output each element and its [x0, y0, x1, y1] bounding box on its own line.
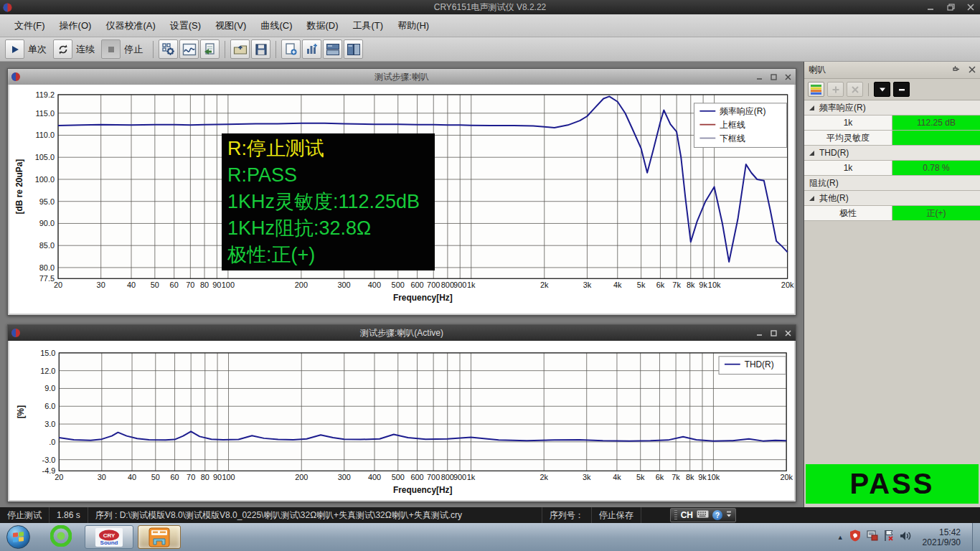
window1-restore-icon[interactable]	[771, 70, 777, 83]
svg-text:15.0: 15.0	[40, 349, 55, 357]
language-bar-options-icon[interactable]	[726, 510, 732, 520]
svg-text:105.0: 105.0	[35, 153, 55, 161]
taskbar-clock[interactable]: 15:42 2021/9/30	[923, 527, 961, 547]
menu-operate[interactable]: 操作(O)	[52, 16, 99, 36]
curve-editor-button[interactable]	[179, 39, 199, 59]
run-single-button[interactable]	[5, 39, 24, 59]
ime-language[interactable]: CH	[681, 510, 693, 520]
menu-data[interactable]: 数据(D)	[299, 16, 345, 36]
svg-text:7k: 7k	[672, 473, 680, 481]
add-chart-button[interactable]	[302, 39, 321, 59]
svg-text:40: 40	[128, 473, 136, 481]
language-bar[interactable]: CH ?	[670, 508, 736, 522]
layers-icon[interactable]	[808, 82, 824, 97]
svg-text:77.5: 77.5	[39, 274, 55, 283]
svg-text:200: 200	[295, 473, 308, 481]
group-thd[interactable]: THD(R)	[804, 146, 980, 161]
svg-text:7k: 7k	[672, 281, 681, 289]
svg-text:300: 300	[338, 473, 351, 481]
window1-minimize-icon[interactable]	[756, 70, 763, 83]
window1-close-icon[interactable]	[785, 70, 791, 83]
layout-rows-button[interactable]	[323, 39, 342, 59]
svg-text:6k: 6k	[656, 473, 664, 481]
device-tray-icon[interactable]	[867, 530, 878, 544]
result-label: 平均灵敏度	[804, 131, 892, 145]
menu-view[interactable]: 视图(V)	[208, 16, 253, 36]
svg-text:THD(R): THD(R)	[745, 359, 774, 369]
svg-text:80: 80	[200, 281, 209, 289]
test-settings-button[interactable]	[159, 39, 178, 59]
menu-settings[interactable]: 设置(S)	[163, 16, 208, 36]
menu-help[interactable]: 帮助(H)	[390, 16, 436, 36]
frequency-response-window: 测试步骤:喇叭 20304050607080901002003004005006…	[7, 68, 796, 316]
stop-label: 停止	[124, 43, 143, 56]
svg-text:60: 60	[170, 473, 179, 481]
result-label: 1k	[804, 116, 892, 130]
run-continuous-button[interactable]	[53, 39, 72, 59]
group-other[interactable]: 其他(R)	[804, 191, 980, 206]
report-export-button[interactable]	[200, 39, 220, 59]
cry-sound-taskbar-button[interactable]: CRYSound	[85, 525, 133, 549]
svg-text:Frequency[Hz]: Frequency[Hz]	[393, 485, 453, 495]
open-file-button[interactable]	[230, 39, 250, 59]
test-result-overlay: R:停止测试 R:PASS 1KHz灵敏度:112.25dB 1KHz阻抗:32…	[222, 133, 435, 270]
stop-button[interactable]	[101, 39, 121, 59]
close-icon[interactable]	[966, 3, 976, 11]
help-icon[interactable]: ?	[712, 510, 722, 520]
active-app-taskbar-button[interactable]	[138, 525, 181, 549]
keyboard-icon[interactable]	[697, 510, 709, 520]
result-row-polarity: 极性 正(+)	[804, 206, 980, 221]
svg-text:700: 700	[427, 473, 440, 481]
window1-titlebar[interactable]: 测试步骤:喇叭	[8, 69, 796, 85]
svg-text:30: 30	[98, 473, 106, 481]
collapse-arrow-icon	[809, 105, 814, 110]
delete-icon[interactable]	[847, 82, 863, 97]
svg-text:上框线: 上框线	[720, 120, 745, 130]
group-impedance[interactable]: 阻抗(R)	[804, 176, 980, 191]
group-frequency-response[interactable]: 频率响应(R)	[804, 100, 980, 116]
status-serial-label: 序列号：	[542, 507, 592, 523]
svg-text:4k: 4k	[613, 281, 622, 289]
app-title: CRY6151电声测试仪 V8.2.22	[0, 1, 980, 14]
antivirus-tray-icon[interactable]	[849, 529, 861, 545]
tray-expand-icon[interactable]: ▲	[837, 534, 844, 541]
minimize-icon[interactable]	[925, 3, 936, 11]
status-elapsed: 1.86 s	[50, 507, 88, 523]
status-sequence-path: 序列 : D:\测试模版V8.0\测试模版V8.0_0225\喇叭测试\32Ω喇…	[88, 507, 542, 523]
window2-titlebar[interactable]: 测试步骤:喇叭(Active)	[8, 325, 796, 341]
menu-tools[interactable]: 工具(T)	[346, 16, 391, 36]
svg-text:8k: 8k	[687, 281, 695, 289]
save-button[interactable]	[251, 39, 270, 59]
window2-restore-icon[interactable]	[771, 326, 777, 339]
browser-taskbar-icon[interactable]	[50, 525, 72, 550]
collapse-all-icon[interactable]	[893, 82, 910, 97]
volume-tray-icon[interactable]	[900, 530, 913, 545]
language-bar-grip[interactable]	[674, 510, 677, 520]
panel-close-icon[interactable]	[969, 65, 976, 75]
layout-columns-button[interactable]	[344, 39, 363, 59]
window2-close-icon[interactable]	[785, 326, 791, 339]
show-desktop-button[interactable]	[972, 523, 980, 551]
menu-curve[interactable]: 曲线(C)	[253, 16, 299, 36]
toolbar-separator	[275, 41, 276, 58]
new-step-button[interactable]	[281, 39, 301, 59]
result-row-average-sensitivity: 平均灵敏度	[804, 131, 980, 146]
group-label: THD(R)	[819, 148, 849, 158]
svg-text:-3.0: -3.0	[42, 456, 56, 464]
restore-icon[interactable]	[946, 3, 956, 11]
start-button[interactable]	[6, 525, 30, 549]
pin-icon[interactable]	[952, 65, 960, 75]
action-center-flag-icon[interactable]	[884, 529, 894, 545]
status-save-state: 停止保存	[592, 507, 641, 523]
group-label: 阻抗(R)	[809, 177, 839, 189]
result-value	[892, 131, 980, 145]
results-panel-title: 喇叭	[809, 64, 952, 76]
menu-calibration[interactable]: 仪器校准(A)	[98, 16, 162, 36]
collapse-arrow-icon	[809, 151, 814, 156]
menu-file[interactable]: 文件(F)	[7, 16, 52, 36]
window2-minimize-icon[interactable]	[756, 326, 763, 339]
expand-all-icon[interactable]	[874, 82, 890, 97]
add-icon[interactable]	[827, 82, 844, 97]
svg-text:900: 900	[453, 281, 466, 289]
svg-text:6.0: 6.0	[44, 402, 55, 410]
